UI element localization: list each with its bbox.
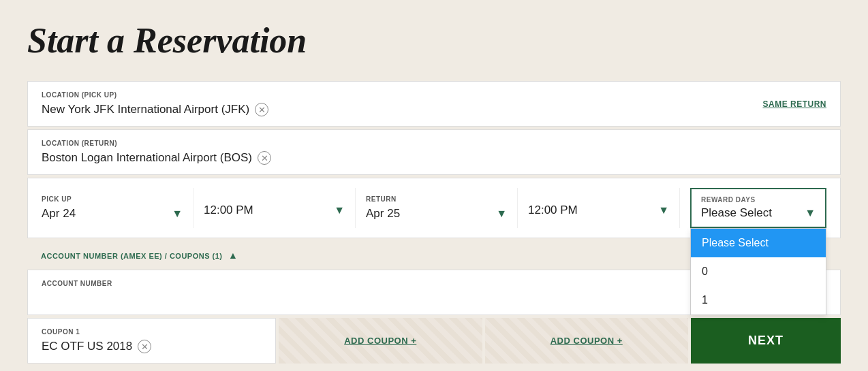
coupon1-label: COUPON 1: [42, 328, 262, 336]
reward-days-label: REWARD DAYS: [701, 196, 816, 204]
pickup-location-content: LOCATION (PICK UP) New York JFK Internat…: [42, 91, 762, 116]
pickup-date-arrow-icon: ▼: [172, 208, 183, 220]
pickup-date-label: PICK UP: [42, 195, 183, 203]
coupon-row: COUPON 1 EC OTF US 2018 ✕ ADD COUPON + A…: [27, 318, 841, 364]
reward-days-dropdown: Please Select 0 1: [690, 228, 826, 315]
return-time-field: 12:00 PM ▼: [528, 188, 680, 228]
reward-days-option-1[interactable]: 1: [691, 286, 826, 314]
account-section-collapse-icon[interactable]: ▲: [228, 250, 238, 261]
return-time-arrow-icon: ▼: [658, 204, 669, 216]
reward-days-selected-value: Please Select: [701, 206, 772, 220]
add-coupon-3-label: ADD COUPON +: [551, 336, 623, 346]
pickup-time-select[interactable]: 12:00 PM ▼: [204, 204, 345, 217]
coupon1-clear-button[interactable]: ✕: [138, 340, 151, 353]
pickup-date-field: PICK UP Apr 24 ▼: [42, 188, 193, 228]
add-coupon-3-button[interactable]: ADD COUPON +: [485, 318, 689, 364]
pickup-location-clear-button[interactable]: ✕: [255, 103, 268, 116]
return-location-row: LOCATION (RETURN) Boston Logan Internati…: [27, 129, 841, 175]
return-date-field: RETURN Apr 25 ▼: [366, 188, 518, 228]
coupon1-value: EC OTF US 2018 ✕: [42, 340, 262, 353]
return-date-select[interactable]: Apr 25 ▼: [366, 207, 507, 221]
reward-days-wrapper: REWARD DAYS Please Select ▼ Please Selec…: [690, 188, 826, 228]
next-button[interactable]: NEXT: [691, 318, 841, 364]
reward-days-arrow-icon: ▼: [805, 207, 816, 219]
account-section-label[interactable]: ACCOUNT NUMBER (AMEX EE) / COUPONS (1): [41, 252, 223, 260]
datetime-row: PICK UP Apr 24 ▼ 12:00 PM ▼ RETURN Apr 2…: [27, 178, 841, 238]
reward-days-option-please-select[interactable]: Please Select: [691, 229, 826, 257]
return-location-clear-button[interactable]: ✕: [258, 151, 271, 165]
pickup-time-field: 12:00 PM ▼: [204, 188, 356, 228]
reservation-form: LOCATION (PICK UP) New York JFK Internat…: [27, 81, 841, 364]
page-title: Start a Reservation: [27, 20, 841, 61]
return-time-select[interactable]: 12:00 PM ▼: [528, 204, 669, 217]
pickup-date-value: Apr 24: [42, 207, 76, 221]
return-location-label: LOCATION (RETURN): [42, 140, 826, 147]
return-location-text: Boston Logan International Airport (BOS): [42, 151, 252, 165]
coupon1-field: COUPON 1 EC OTF US 2018 ✕: [27, 318, 276, 364]
pickup-location-label: LOCATION (PICK UP): [42, 91, 762, 99]
pickup-location-row: LOCATION (PICK UP) New York JFK Internat…: [27, 81, 841, 127]
return-location-value: Boston Logan International Airport (BOS)…: [42, 151, 826, 165]
same-return-link[interactable]: SAME RETURN: [762, 99, 826, 109]
pickup-location-text: New York JFK International Airport (JFK): [42, 103, 249, 116]
return-date-label: RETURN: [366, 195, 507, 203]
return-date-arrow-icon: ▼: [496, 208, 507, 220]
reward-days-select[interactable]: Please Select ▼: [701, 206, 816, 220]
add-coupon-2-label: ADD COUPON +: [344, 336, 416, 346]
pickup-time-value: 12:00 PM: [204, 204, 253, 217]
pickup-date-select[interactable]: Apr 24 ▼: [42, 207, 183, 221]
return-time-value: 12:00 PM: [528, 204, 578, 217]
pickup-location-value: New York JFK International Airport (JFK)…: [42, 103, 762, 116]
return-date-value: Apr 25: [366, 207, 400, 221]
coupon1-text: EC OTF US 2018: [42, 340, 132, 353]
reward-days-field[interactable]: REWARD DAYS Please Select ▼: [690, 188, 826, 228]
add-coupon-2-button[interactable]: ADD COUPON +: [279, 318, 482, 364]
reward-days-option-0[interactable]: 0: [691, 257, 826, 286]
pickup-time-arrow-icon: ▼: [334, 204, 345, 216]
